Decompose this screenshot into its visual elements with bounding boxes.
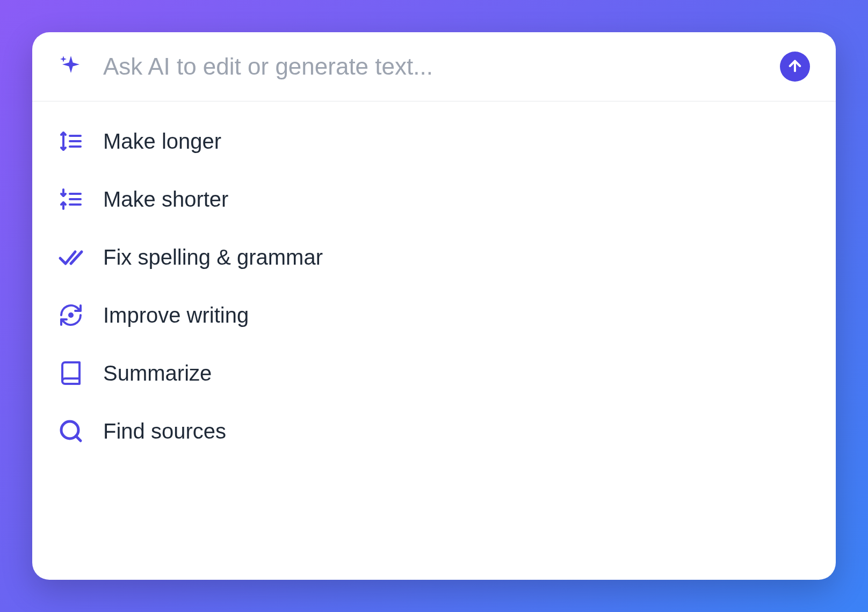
- menu-item-make-shorter[interactable]: Make shorter: [32, 170, 836, 228]
- menu-item-fix-spelling[interactable]: Fix spelling & grammar: [32, 228, 836, 286]
- menu-item-label: Summarize: [103, 361, 212, 385]
- ai-assist-panel: Make longer Make shorter: [32, 32, 836, 580]
- menu-item-label: Find sources: [103, 419, 226, 443]
- search-icon: [58, 418, 84, 444]
- menu-item-label: Make shorter: [103, 187, 228, 212]
- book-icon: [58, 360, 84, 386]
- arrow-up-icon: [786, 57, 804, 76]
- ai-action-menu: Make longer Make shorter: [32, 101, 836, 580]
- menu-item-label: Fix spelling & grammar: [103, 245, 323, 269]
- ai-prompt-input[interactable]: [103, 53, 761, 80]
- menu-item-find-sources[interactable]: Find sources: [32, 402, 836, 460]
- menu-item-summarize[interactable]: Summarize: [32, 344, 836, 402]
- compress-lines-icon: [58, 186, 84, 212]
- sparkle-icon: [58, 54, 84, 79]
- expand-lines-icon: [58, 128, 84, 154]
- svg-line-8: [76, 436, 81, 441]
- menu-item-label: Improve writing: [103, 303, 249, 327]
- menu-item-make-longer[interactable]: Make longer: [32, 112, 836, 170]
- ai-input-row: [32, 32, 836, 101]
- refresh-icon: [58, 302, 84, 328]
- submit-button[interactable]: [780, 52, 810, 82]
- menu-item-label: Make longer: [103, 129, 221, 154]
- double-check-icon: [58, 244, 84, 270]
- menu-item-improve-writing[interactable]: Improve writing: [32, 286, 836, 344]
- svg-point-6: [69, 314, 73, 317]
